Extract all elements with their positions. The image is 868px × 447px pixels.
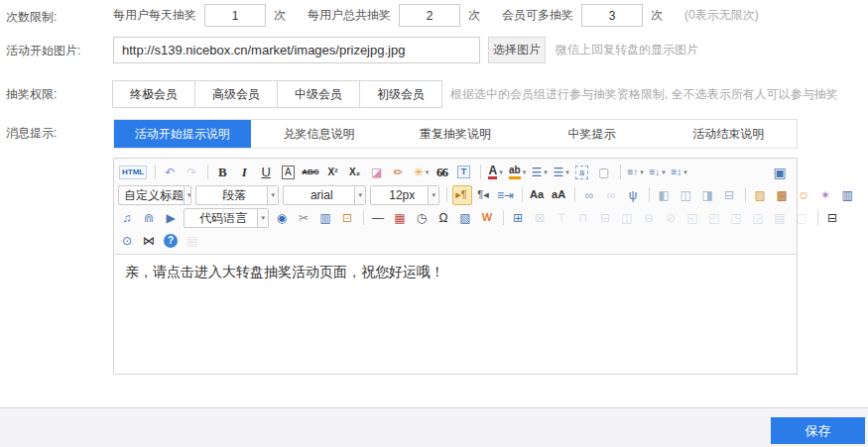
member-extra-unit: 次 <box>651 7 663 24</box>
columns-icon[interactable]: ▥ <box>316 208 336 228</box>
image-url-input[interactable] <box>113 37 480 63</box>
rtl-icon[interactable]: ¶◂ <box>474 185 494 205</box>
insert-table-icon[interactable]: ⊞ <box>509 208 529 228</box>
template-icon[interactable]: ▢ <box>793 208 812 228</box>
autotypeset-icon[interactable]: ✳ ▾ <box>412 163 432 182</box>
footer-bar: 保存 <box>0 407 868 447</box>
split-rows-icon[interactable]: ▤ <box>771 208 791 228</box>
insert-title-row-icon[interactable]: ⊓ <box>574 208 594 228</box>
strikethrough-icon[interactable]: ABC <box>301 163 321 182</box>
split-cells-icon[interactable]: ◲ <box>749 208 769 228</box>
horizontal-rule-icon[interactable]: — <box>369 208 389 228</box>
toolbar-separator <box>446 187 447 202</box>
member-group-button[interactable]: 初级会员 <box>359 80 442 108</box>
delete-col-icon[interactable]: ⊘ <box>662 208 682 228</box>
find-replace-icon[interactable]: ⋈ <box>140 231 160 251</box>
member-group-button[interactable]: 中级会员 <box>277 80 360 108</box>
italic-icon[interactable]: I <box>235 163 255 182</box>
redo-icon[interactable]: ↷ <box>183 163 202 182</box>
underline-icon[interactable]: U <box>257 163 277 182</box>
delete-row-icon[interactable]: ⊖ <box>640 208 660 228</box>
preview-icon[interactable]: ▣ <box>771 163 791 182</box>
snapshot-icon[interactable]: ⊡ <box>338 208 358 228</box>
unlink-icon[interactable]: ∞ <box>602 185 622 205</box>
preview-search-icon[interactable]: ⊙ <box>118 231 138 251</box>
link-icon[interactable]: ∞ <box>580 185 600 205</box>
rowspacing-top-icon[interactable]: ≡↑ ▾ <box>626 163 646 182</box>
font-border-icon[interactable]: A <box>279 163 299 182</box>
drafts-icon[interactable]: ▤ <box>184 231 203 251</box>
image-left-icon[interactable]: ◧ <box>655 185 675 205</box>
remove-format-icon[interactable]: ◪ <box>368 163 388 182</box>
undo-icon[interactable]: ↶ <box>161 163 181 182</box>
message-tab[interactable]: 兑奖信息说明 <box>251 120 388 148</box>
insert-video-icon[interactable]: ▶ <box>162 208 182 228</box>
merge-down-icon[interactable]: ◳ <box>727 208 747 228</box>
message-tab[interactable]: 重复抽奖说明 <box>387 120 524 148</box>
image-center-icon[interactable]: ◫ <box>677 185 696 205</box>
anchor-icon[interactable]: ψ <box>624 185 644 205</box>
superscript-icon[interactable]: X² <box>324 163 344 182</box>
table-title-icon[interactable]: ⊤ <box>553 208 572 228</box>
special-char-icon[interactable]: Ω <box>434 208 454 228</box>
image-block-icon[interactable]: ⊟ <box>720 185 740 205</box>
format-brush-icon[interactable]: ✏ <box>390 163 410 182</box>
bold-icon[interactable]: B <box>213 163 233 182</box>
blockquote-icon[interactable]: 66 <box>434 163 453 182</box>
delete-table-icon[interactable]: ⊠ <box>531 208 551 228</box>
code-language-select[interactable]: 代码语言 ▾ <box>184 208 269 228</box>
print-icon[interactable]: ⊟ <box>823 208 843 228</box>
unordered-list-icon[interactable]: ☰ ▾ <box>552 163 571 182</box>
merge-right-icon[interactable]: ◰ <box>705 208 725 228</box>
message-tab[interactable]: 活动结束说明 <box>660 120 797 148</box>
ltr-icon[interactable]: ▸¶ <box>452 185 472 205</box>
backcolor-icon[interactable]: ab ▾ <box>508 163 528 182</box>
member-group-button[interactable]: 终极会员 <box>112 80 195 108</box>
emotion-icon[interactable]: ☺ <box>795 185 814 205</box>
custom-title-select[interactable]: 自定义标题 ▾ <box>118 185 191 205</box>
app-icon[interactable]: ◉ <box>273 208 293 228</box>
subscript-icon[interactable]: X₂ <box>346 163 366 182</box>
date-icon[interactable]: ▦ <box>391 208 411 228</box>
music-icon[interactable]: ♫ <box>118 208 138 228</box>
uppercase-icon[interactable]: Aa <box>528 185 548 205</box>
line-height-icon[interactable]: ≡↕ ▾ <box>670 163 689 182</box>
message-tab[interactable]: 中奖提示 <box>524 120 661 148</box>
choose-image-button[interactable]: 选择图片 <box>488 37 546 63</box>
forecolor-icon[interactable]: A ▾ <box>486 163 506 182</box>
font-family-select[interactable]: arial ▾ <box>283 185 366 205</box>
insert-row-icon[interactable]: ⊟ <box>596 208 616 228</box>
message-tab[interactable]: 活动开始提示说明 <box>114 120 251 148</box>
editor-content-area[interactable]: 亲，请点击进入大转盘抽奖活动页面，祝您好运哦！ <box>114 255 797 374</box>
attachment-icon[interactable]: ⋒ <box>140 208 160 228</box>
paste-text-icon[interactable]: T <box>455 163 475 182</box>
per-day-input[interactable] <box>204 4 266 27</box>
time-icon[interactable]: ◷ <box>413 208 433 228</box>
member-group-button[interactable]: 高级会员 <box>194 80 278 108</box>
total-input[interactable] <box>399 4 460 27</box>
member-extra-input[interactable] <box>581 4 643 27</box>
cleardoc-icon[interactable]: ▢ <box>595 163 615 182</box>
message-tab-label: 重复抽奖说明 <box>420 127 491 141</box>
pagebreak-icon[interactable]: ✂ <box>295 208 314 228</box>
form-icon[interactable]: ▧ <box>456 208 476 228</box>
selectall-icon[interactable]: a <box>573 163 593 182</box>
lowercase-icon[interactable]: aA <box>550 185 569 205</box>
merge-cells-icon[interactable]: ◱ <box>683 208 703 228</box>
help-icon[interactable]: ? <box>162 231 182 251</box>
save-button[interactable]: 保存 <box>771 417 865 444</box>
per-day-limit-group: 每用户每天抽奖 次 <box>113 4 286 27</box>
insert-image-icon[interactable]: ▨ <box>751 185 771 205</box>
scrawl-icon[interactable]: ✶ <box>816 185 836 205</box>
video-icon[interactable]: ▥ <box>838 185 858 205</box>
insert-col-icon[interactable]: ◫ <box>618 208 638 228</box>
font-size-select[interactable]: 12px ▾ <box>370 185 439 205</box>
indent-icon[interactable]: ≡⇥ <box>496 185 517 205</box>
html-source-icon[interactable]: HTML <box>118 163 150 182</box>
word-import-icon[interactable]: W <box>478 208 498 228</box>
rowspacing-bottom-icon[interactable]: ≡↓ ▾ <box>648 163 668 182</box>
multi-image-icon[interactable]: ▩ <box>773 185 793 205</box>
paragraph-select[interactable]: 段落 ▾ <box>195 185 279 205</box>
image-right-icon[interactable]: ◨ <box>698 185 718 205</box>
ordered-list-icon[interactable]: ☰ ▾ <box>530 163 550 182</box>
